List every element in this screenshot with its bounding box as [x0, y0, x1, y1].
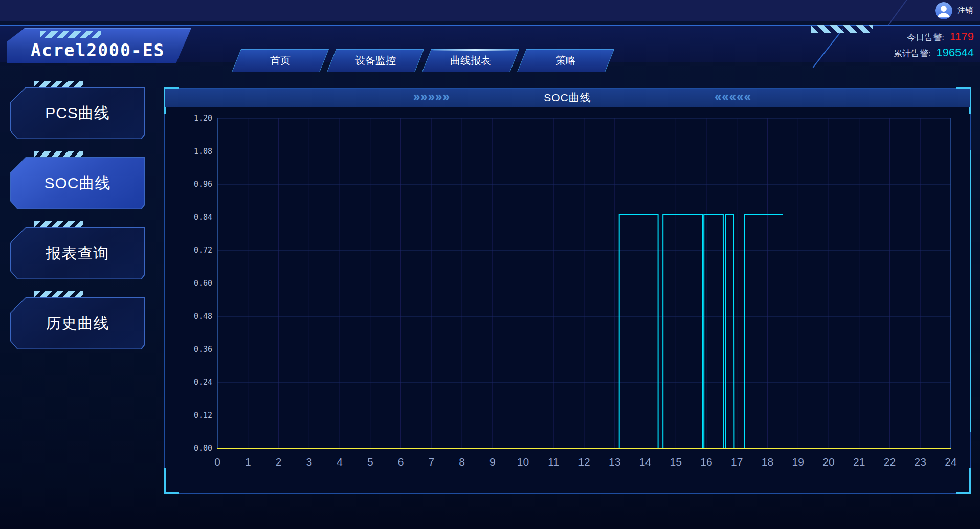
- svg-text:2: 2: [276, 456, 282, 468]
- chart-area: 0.000.120.240.360.480.600.720.840.961.08…: [165, 107, 971, 494]
- svg-text:9: 9: [489, 456, 496, 468]
- svg-text:10: 10: [517, 456, 529, 468]
- svg-text:20: 20: [822, 456, 834, 468]
- brand-plate: Acrel2000-ES: [7, 28, 191, 63]
- tab-strategy-label: 策略: [555, 54, 576, 68]
- alarm-total-row: 累计告警: 196544: [894, 45, 974, 61]
- svg-text:18: 18: [762, 456, 773, 468]
- app-logo: Acrel2000-ES: [31, 40, 165, 60]
- svg-text:24: 24: [945, 456, 957, 468]
- chart-panel: »»»»» SOC曲线 ««««« 0.000.120.240.360.480.…: [164, 88, 971, 494]
- logout-button[interactable]: 注销: [957, 6, 973, 15]
- main-nav: 首页 设备监控 曲线报表 策略: [236, 49, 610, 72]
- sidebar-hash-decoration: [34, 151, 83, 158]
- topbar-divider: [888, 0, 907, 25]
- svg-text:0.36: 0.36: [194, 345, 212, 354]
- sidebar: PCS曲线 SOC曲线 报表查询 历史曲线: [10, 87, 145, 367]
- svg-text:13: 13: [609, 456, 620, 468]
- user-avatar-icon[interactable]: [935, 2, 952, 19]
- sidebar-item-report-query[interactable]: 报表查询: [10, 227, 145, 279]
- svg-text:8: 8: [459, 456, 465, 468]
- svg-text:7: 7: [428, 456, 434, 468]
- svg-text:17: 17: [731, 456, 743, 468]
- chevron-left-icon: «««««: [715, 90, 751, 104]
- tab-home[interactable]: 首页: [232, 49, 329, 72]
- tab-device-monitor-label: 设备监控: [355, 54, 396, 68]
- sidebar-item-soc-curve[interactable]: SOC曲线: [10, 157, 145, 209]
- svg-text:11: 11: [548, 456, 559, 468]
- sidebar-item-face: 历史曲线: [11, 298, 144, 349]
- svg-text:22: 22: [884, 456, 896, 468]
- svg-text:0.60: 0.60: [194, 279, 212, 288]
- user-menu[interactable]: 注销: [935, 2, 973, 19]
- panel-title: SOC曲线: [544, 91, 591, 105]
- sidebar-item-pcs-curve[interactable]: PCS曲线: [10, 87, 145, 139]
- svg-text:1: 1: [245, 456, 251, 468]
- sidebar-item-face: 报表查询: [11, 228, 144, 279]
- sidebar-item-label: 历史曲线: [46, 313, 109, 334]
- sidebar-item-face: SOC曲线: [11, 158, 144, 209]
- svg-text:0.00: 0.00: [194, 444, 212, 453]
- svg-text:5: 5: [367, 456, 373, 468]
- svg-text:15: 15: [670, 456, 682, 468]
- panel-title-bar: »»»»» SOC曲线 «««««: [165, 89, 970, 107]
- svg-text:21: 21: [853, 456, 865, 468]
- header-hash-decoration: [811, 25, 873, 33]
- svg-text:0.24: 0.24: [194, 378, 212, 387]
- sidebar-item-label: SOC曲线: [44, 173, 110, 194]
- svg-text:0.72: 0.72: [194, 246, 212, 255]
- svg-text:3: 3: [306, 456, 312, 468]
- svg-text:12: 12: [578, 456, 590, 468]
- tab-curve-report[interactable]: 曲线报表: [422, 49, 519, 72]
- alarm-total-label: 累计告警:: [894, 49, 931, 58]
- sidebar-hash-decoration: [34, 291, 83, 298]
- chevron-right-icon: »»»»»: [413, 90, 450, 104]
- sidebar-item-label: PCS曲线: [45, 103, 110, 124]
- top-bar: 注销: [0, 0, 980, 21]
- tab-home-label: 首页: [270, 54, 291, 68]
- svg-text:0.12: 0.12: [194, 411, 212, 420]
- svg-text:19: 19: [792, 456, 804, 468]
- alarm-total-value: 196544: [937, 46, 974, 59]
- svg-text:4: 4: [337, 456, 343, 468]
- svg-text:6: 6: [398, 456, 404, 468]
- svg-text:14: 14: [639, 456, 652, 468]
- svg-text:23: 23: [915, 456, 926, 468]
- svg-text:0.48: 0.48: [194, 312, 212, 321]
- brand-hash-decoration: [40, 31, 101, 38]
- svg-text:0.84: 0.84: [194, 213, 212, 222]
- alarm-today-label: 今日告警:: [907, 33, 944, 42]
- tab-device-monitor[interactable]: 设备监控: [327, 49, 424, 72]
- app-window: 注销 Acrel2000-ES 今日告警: 1179 累计告警: 196544 …: [0, 0, 980, 529]
- svg-text:1.08: 1.08: [194, 147, 212, 156]
- svg-text:1.20: 1.20: [194, 114, 212, 123]
- sidebar-item-label: 报表查询: [46, 243, 109, 264]
- alarm-summary: 今日告警: 1179 累计告警: 196544: [894, 29, 974, 61]
- sidebar-hash-decoration: [34, 81, 83, 87]
- tab-strategy[interactable]: 策略: [517, 49, 614, 72]
- sidebar-item-history-curve[interactable]: 历史曲线: [10, 297, 145, 349]
- sidebar-hash-decoration: [34, 221, 83, 228]
- soc-chart: 0.000.120.240.360.480.600.720.840.961.08…: [165, 107, 971, 494]
- tab-curve-report-label: 曲线报表: [450, 54, 491, 68]
- alarm-today-value: 1179: [950, 30, 974, 43]
- svg-text:16: 16: [700, 456, 712, 468]
- svg-text:0: 0: [214, 456, 220, 468]
- alarm-today-row: 今日告警: 1179: [894, 29, 974, 45]
- svg-text:0.96: 0.96: [194, 180, 212, 189]
- alarm-panel-divider: [813, 29, 844, 68]
- sidebar-item-face: PCS曲线: [11, 88, 144, 139]
